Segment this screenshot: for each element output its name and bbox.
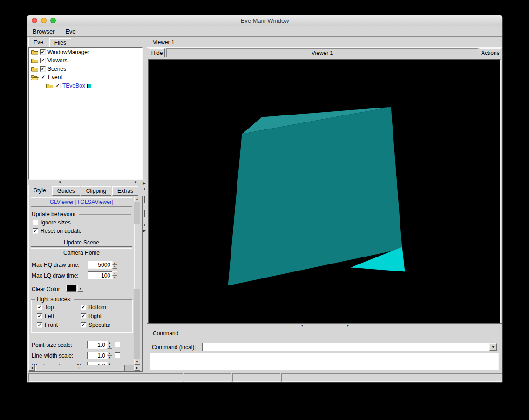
tree-item-tevebox[interactable]: ✓ TEveBox (29, 81, 142, 90)
glviewer-banner[interactable]: GLViewer [TGLSAViewer] (31, 197, 132, 207)
eve-main-window: Eve Main Window Browser Eve Eve Files ✓ … (27, 15, 503, 383)
camera-home-button[interactable]: Camera Home (31, 248, 132, 257)
light-front-checkbox[interactable]: ✓ (37, 322, 42, 328)
tab-clipping[interactable]: Clipping (81, 186, 111, 196)
folder-icon (31, 49, 38, 55)
tab-style[interactable]: Style (28, 185, 51, 196)
light-specular-checkbox[interactable]: ✓ (81, 322, 86, 328)
spin-down-icon[interactable]: ▾ (112, 276, 117, 280)
scroll-up-button[interactable]: ▲ (134, 196, 140, 202)
menu-browser[interactable]: Browser (28, 27, 59, 36)
style-vertical-scrollbar[interactable]: ▲ ≡ ▼ (134, 196, 140, 365)
tab-guides[interactable]: Guides (52, 186, 80, 196)
style-horizontal-scrollbar[interactable]: ◀ ||| ▶ (29, 365, 140, 371)
panel-splitter[interactable]: ▶ ▶ (143, 37, 147, 373)
point-size-entry[interactable]: 1.0 (87, 341, 107, 349)
hide-button[interactable]: Hide (149, 48, 165, 57)
splitter-collapse-icon[interactable]: ▼ (58, 180, 62, 185)
viewer-header: Hide Viewer 1 Actions (147, 48, 502, 58)
clear-color-swatch[interactable] (66, 285, 76, 292)
splitter-collapse-icon[interactable]: ▶ (143, 181, 146, 186)
spin-up-icon[interactable]: ▴ (112, 271, 117, 276)
tree-item-label: WindowManager (47, 49, 89, 55)
splitter-collapse-icon[interactable]: ▼ (346, 324, 350, 328)
light-top-checkbox[interactable]: ✓ (37, 305, 42, 310)
light-right-row[interactable]: ✓ Right (81, 312, 102, 319)
clear-color-dropdown-button[interactable]: ▼ (77, 285, 83, 292)
ignore-sizes-checkbox[interactable] (33, 220, 38, 225)
point-size-checkbox[interactable] (115, 342, 120, 347)
light-right-checkbox[interactable]: ✓ (81, 313, 86, 319)
spin-up-icon[interactable]: ▴ (107, 352, 112, 356)
eve-object-tree: ✓ WindowManager ✓ Viewers ✓ Scenes (28, 47, 143, 180)
tab-viewer-1[interactable]: Viewer 1 (148, 37, 179, 47)
tree-item-viewers[interactable]: ✓ Viewers (29, 56, 142, 65)
spin-down-icon[interactable]: ▾ (112, 265, 117, 269)
scroll-down-button[interactable]: ▼ (134, 359, 140, 365)
light-bottom-checkbox[interactable]: ✓ (81, 305, 86, 310)
reset-on-update-checkbox[interactable]: ✓ (33, 228, 38, 234)
light-top-label: Top (45, 304, 54, 311)
item-checkbox[interactable]: ✓ (40, 66, 46, 72)
light-front-row[interactable]: ✓ Front (37, 321, 58, 328)
update-scene-button[interactable]: Update Scene (31, 238, 132, 247)
tab-files[interactable]: Files (49, 38, 71, 47)
window-titlebar[interactable]: Eve Main Window (27, 15, 502, 26)
item-checkbox[interactable]: ✓ (40, 58, 46, 63)
zoom-button[interactable] (50, 18, 56, 23)
max-lq-entry[interactable]: 100 (88, 271, 112, 279)
close-button[interactable] (32, 18, 37, 23)
splitter-collapse-icon[interactable]: ▼ (134, 180, 137, 185)
tree-item-event[interactable]: ✓ Event (29, 73, 142, 81)
viewer-title-bar[interactable]: Viewer 1 (166, 48, 478, 57)
reset-on-update-row[interactable]: ✓ Reset on update (33, 227, 81, 234)
light-left-label: Left (45, 313, 54, 319)
splitter-handle[interactable] (66, 183, 131, 183)
actions-button[interactable]: Actions (480, 48, 501, 57)
folder-icon (31, 58, 38, 63)
scroll-right-button[interactable]: ▶ (134, 365, 140, 371)
scrollbar-thumb[interactable]: ≡ (134, 224, 140, 289)
status-bar (28, 373, 502, 382)
tab-extras[interactable]: Extras (112, 186, 138, 196)
line-width-checkbox[interactable] (115, 352, 120, 358)
viewer-command-splitter[interactable]: ▼ ▼ (147, 324, 502, 328)
spin-down-icon[interactable]: ▾ (107, 345, 112, 349)
light-left-row[interactable]: ✓ Left (37, 312, 54, 319)
max-hq-label: Max HQ draw time: (32, 262, 80, 268)
dropdown-icon: ▼ (492, 345, 495, 349)
section-divider (79, 214, 131, 215)
ignore-sizes-row[interactable]: Ignore sizes (33, 219, 71, 226)
max-lq-row: Max LQ draw time: 100 ▴ ▾ (29, 271, 134, 279)
splitter-collapse-icon[interactable]: ▼ (300, 324, 304, 328)
spin-down-icon[interactable]: ▾ (107, 356, 112, 360)
light-specular-row[interactable]: ✓ Specular (81, 321, 110, 328)
light-top-row[interactable]: ✓ Top (37, 304, 54, 311)
item-checkbox[interactable]: ✓ (41, 75, 46, 80)
item-checkbox[interactable]: ✓ (40, 49, 46, 55)
command-output-box[interactable] (150, 353, 499, 370)
scroll-left-button[interactable]: ◀ (29, 365, 35, 371)
light-bottom-row[interactable]: ✓ Bottom (81, 304, 106, 311)
max-hq-entry[interactable]: 5000 (88, 261, 112, 269)
tab-command[interactable]: Command (148, 328, 183, 339)
line-width-entry[interactable]: 1.0 (87, 352, 107, 359)
splitter-handle[interactable] (307, 326, 344, 326)
point-size-label: Point-size scale: (32, 342, 72, 348)
light-left-checkbox[interactable]: ✓ (37, 313, 42, 319)
splitter-collapse-icon[interactable]: ▶ (143, 229, 146, 233)
scrollbar-thumb[interactable]: ||| (35, 365, 125, 371)
item-checkbox[interactable]: ✓ (55, 83, 61, 88)
tree-item-scenes[interactable]: ✓ Scenes (29, 65, 142, 73)
command-input-combobox[interactable]: ▼ (202, 343, 497, 351)
tab-eve[interactable]: Eve (28, 37, 48, 47)
minimize-button[interactable] (41, 18, 47, 23)
menu-eve[interactable]: Eve (61, 27, 80, 36)
gl-viewport[interactable] (148, 59, 501, 323)
splitter-handle[interactable] (144, 188, 145, 226)
dropdown-icon: ▼ (79, 287, 82, 290)
spin-up-icon[interactable]: ▴ (107, 341, 112, 345)
spin-up-icon[interactable]: ▴ (112, 261, 117, 265)
command-dropdown-button[interactable]: ▼ (489, 343, 497, 351)
tree-item-windowmanager[interactable]: ✓ WindowManager (29, 48, 142, 56)
